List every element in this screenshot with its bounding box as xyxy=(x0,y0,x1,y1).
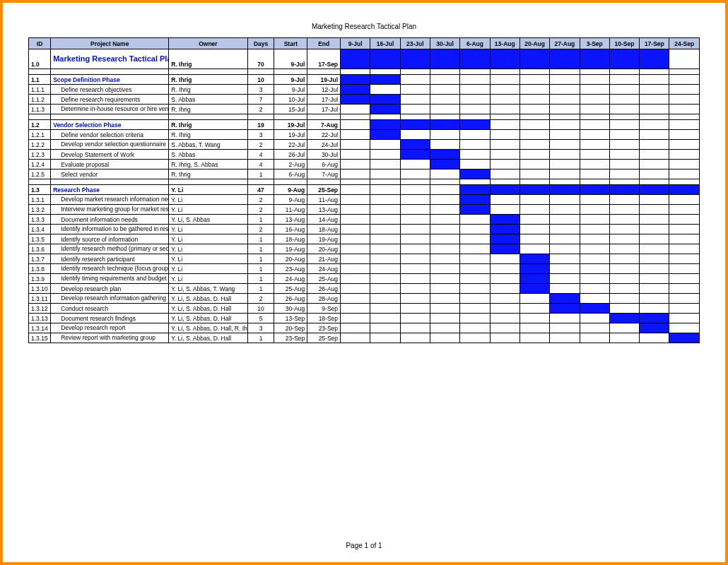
row-start: 26-Aug xyxy=(274,294,307,304)
row-owner: Y. Li xyxy=(169,274,247,284)
table-row: 1.3.10 Develop research plan Y. Li, S. A… xyxy=(29,284,700,294)
gantt-cell xyxy=(341,130,370,140)
gantt-cell xyxy=(430,140,459,150)
gantt-cell xyxy=(609,95,639,105)
gantt-cell xyxy=(669,294,700,304)
gantt-cell xyxy=(519,75,549,85)
row-end: 17-Jul xyxy=(307,95,341,105)
gantt-cell xyxy=(609,85,639,95)
row-days: 1 xyxy=(247,244,274,254)
row-name: Identify research method (primary or sec… xyxy=(51,244,169,254)
row-end: 24-Jul xyxy=(307,140,341,150)
row-start: 22-Jul xyxy=(274,140,307,150)
row-start: 19-Jul xyxy=(274,120,307,130)
gantt-cell xyxy=(550,105,580,114)
gantt-cell xyxy=(609,205,639,215)
row-owner: Y. Li xyxy=(169,195,247,205)
row-name: Determine in-house resource or hire vend… xyxy=(51,105,169,114)
gantt-cell xyxy=(640,130,669,140)
header-name: Project Name xyxy=(51,38,169,49)
gantt-cell xyxy=(430,215,459,225)
gantt-cell xyxy=(400,205,430,215)
row-id: 1.2 xyxy=(29,120,51,130)
gantt-cell xyxy=(640,195,669,205)
row-name: Document information needs xyxy=(51,215,169,225)
row-name: Review report with marketing group xyxy=(51,333,169,343)
row-owner: Y. Li, S. Abbas, T. Wang xyxy=(169,284,247,294)
row-owner: Y. Li, S. Abbas xyxy=(169,215,247,225)
gantt-cell xyxy=(430,254,459,264)
gantt-cell xyxy=(550,234,580,244)
gantt-cell xyxy=(550,274,580,284)
row-id: 1.3.14 xyxy=(29,323,51,333)
gantt-cell xyxy=(430,264,459,274)
gantt-cell xyxy=(580,304,609,314)
gantt-cell xyxy=(400,244,430,254)
gantt-cell xyxy=(669,264,700,274)
table-row: 1.1.2 Define research requirements S. Ab… xyxy=(29,95,700,105)
gantt-cell xyxy=(669,120,700,130)
gantt-cell xyxy=(550,264,580,274)
gantt-cell xyxy=(370,254,400,264)
gantt-cell xyxy=(370,274,400,284)
gantt-cell xyxy=(400,49,430,69)
gantt-cell xyxy=(609,105,639,114)
table-row: 1.3.15 Review report with marketing grou… xyxy=(29,333,700,343)
row-end: 14-Aug xyxy=(307,215,341,225)
gantt-cell xyxy=(341,244,370,254)
table-row: 1.3.4 Identify information to be gathere… xyxy=(29,225,700,234)
gantt-cell xyxy=(640,294,669,304)
gantt-cell xyxy=(640,150,669,160)
gantt-cell xyxy=(430,85,459,95)
row-name: Conduct research xyxy=(51,304,169,314)
gantt-cell xyxy=(430,49,459,69)
gantt-cell xyxy=(580,185,609,195)
row-start: 23-Aug xyxy=(274,264,307,274)
row-id: 1.3.8 xyxy=(29,264,51,274)
gantt-cell xyxy=(609,170,639,179)
gantt-cell xyxy=(430,75,459,85)
gantt-cell xyxy=(341,120,370,130)
gantt-cell xyxy=(430,160,459,170)
gantt-cell xyxy=(580,205,609,215)
gantt-cell xyxy=(341,140,370,150)
gantt-cell xyxy=(669,75,700,85)
gantt-cell xyxy=(341,215,370,225)
gantt-cell xyxy=(519,185,549,195)
gantt-cell xyxy=(580,254,609,264)
gantt-cell xyxy=(400,170,430,179)
row-start: 13-Sep xyxy=(274,314,307,323)
gantt-cell xyxy=(400,95,430,105)
gantt-cell xyxy=(460,120,490,130)
gantt-cell xyxy=(490,264,519,274)
gantt-cell xyxy=(370,75,400,85)
gantt-cell xyxy=(430,323,459,333)
gantt-cell xyxy=(550,215,580,225)
gantt-cell xyxy=(460,284,490,294)
row-end: 18-Sep xyxy=(307,314,341,323)
gantt-cell xyxy=(460,195,490,205)
row-name: Develop research plan xyxy=(51,284,169,294)
row-days: 10 xyxy=(247,75,274,85)
row-name: Identify source of information xyxy=(51,234,169,244)
gantt-cell xyxy=(370,244,400,254)
gantt-cell xyxy=(460,304,490,314)
row-name: Define vendor selection criteria xyxy=(51,130,169,140)
row-id: 1.1.3 xyxy=(29,105,51,114)
gantt-cell xyxy=(490,75,519,85)
row-end: 18-Aug xyxy=(307,225,341,234)
row-end: 7-Aug xyxy=(307,170,341,179)
gantt-cell xyxy=(519,160,549,170)
gantt-cell xyxy=(430,284,459,294)
gantt-cell xyxy=(519,274,549,284)
gantt-cell xyxy=(490,215,519,225)
row-days: 10 xyxy=(247,304,274,314)
row-days: 1 xyxy=(247,284,274,294)
gantt-cell xyxy=(550,284,580,294)
gantt-cell xyxy=(341,304,370,314)
gantt-cell xyxy=(640,254,669,264)
row-id: 1.3.3 xyxy=(29,215,51,225)
row-end: 25-Sep xyxy=(307,333,341,343)
gantt-cell xyxy=(341,264,370,274)
gantt-cell xyxy=(490,244,519,254)
